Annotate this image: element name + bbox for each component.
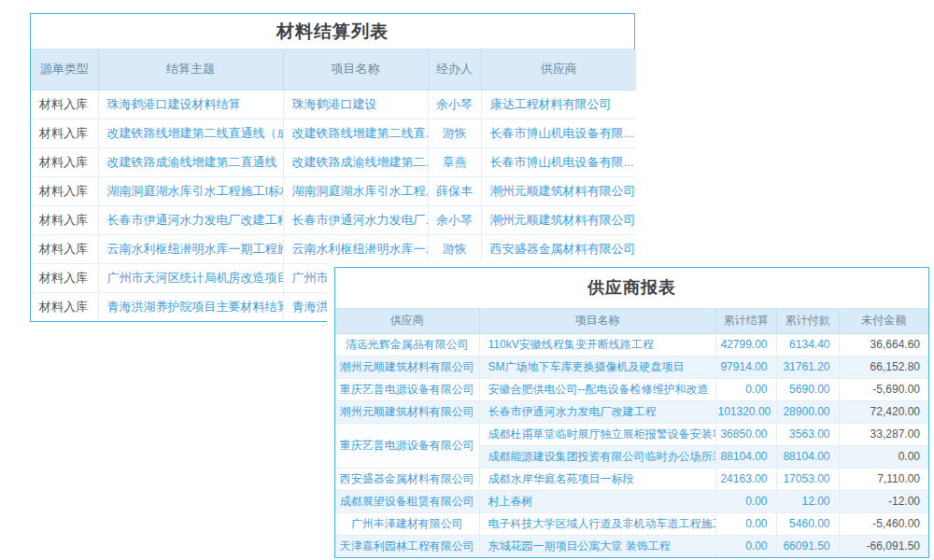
cell-paid[interactable]: 6134.40 bbox=[776, 333, 839, 356]
cell-paid[interactable]: 3563.00 bbox=[776, 423, 839, 445]
cell-supplier[interactable]: 广州丰泽建材有限公司 bbox=[335, 512, 479, 535]
cell-handler[interactable]: 余小琴 bbox=[428, 205, 481, 234]
table-row: 广州丰泽建材有限公司电子科技大学区域人行道及非机动车道工程施工0.005460.… bbox=[335, 512, 928, 535]
cell-project[interactable]: 成都能源建设集团投资有限公司临时办公场所装 bbox=[479, 445, 715, 468]
cell-settled[interactable]: 101320.00 bbox=[715, 400, 776, 423]
cell-supplier[interactable]: 康达工程材料有限公司 bbox=[481, 90, 636, 119]
cell-subject[interactable]: 改建铁路线增建第二线直通线（成... bbox=[98, 119, 283, 147]
cell-unpaid: 36,664.60 bbox=[839, 333, 928, 356]
cell-subject[interactable]: 珠海鹤港口建设材料结算 bbox=[98, 90, 283, 119]
cell-paid[interactable]: 12.00 bbox=[776, 490, 839, 512]
cell-handler[interactable]: 章燕 bbox=[428, 147, 481, 176]
supplier-report-title: 供应商报表 bbox=[335, 268, 928, 309]
cell-project[interactable]: 成都杜甫草堂临时展厅独立展柜报警设备安装项 bbox=[479, 423, 715, 445]
cell-subject[interactable]: 长春市伊通河水力发电厂改建工程... bbox=[98, 205, 283, 234]
col-header-source-type: 源单类型 bbox=[31, 49, 98, 90]
cell-handler[interactable]: 游恢 bbox=[428, 119, 481, 147]
table-row: 成都展望设备租赁有限公司村上春树0.0012.00-12.00 bbox=[335, 490, 928, 512]
table-row: 西安盛器金属材料有限公司成都水岸华庭名苑项目一标段24163.0017053.0… bbox=[335, 468, 928, 490]
cell-paid[interactable]: 31761.20 bbox=[776, 356, 839, 378]
cell-settled[interactable]: 0.00 bbox=[715, 378, 776, 400]
cell-project[interactable]: 珠海鹤港口建设 bbox=[283, 90, 428, 119]
col-header-settlement-subject: 结算主题 bbox=[98, 49, 283, 90]
cell-supplier[interactable]: 潮州元顺建筑材料有限公司 bbox=[335, 356, 479, 378]
cell-supplier[interactable]: 重庆艺普电源设备有限公司 bbox=[335, 378, 479, 400]
cell-project[interactable]: 长春市伊通河水力发电厂改建工程 bbox=[479, 400, 715, 423]
cell-settled[interactable]: 42799.00 bbox=[715, 333, 776, 356]
cell-unpaid: 0.00 bbox=[839, 445, 928, 468]
cell-project[interactable]: SM广场地下车库更换摄像机及硬盘项目 bbox=[479, 356, 715, 378]
table-row: 重庆艺普电源设备有限公司安徽合肥供电公司--配电设备检修维护和改造0.00569… bbox=[335, 378, 928, 400]
cell-unpaid: -66,091.50 bbox=[839, 535, 928, 557]
cell-supplier[interactable]: 潮州元顺建筑材料有限公司 bbox=[481, 205, 636, 234]
col-header-project-name: 项目名称 bbox=[283, 49, 428, 90]
cell-supplier[interactable]: 潮州元顺建筑材料有限公司 bbox=[481, 176, 636, 205]
cell-subject[interactable]: 改建铁路成渝线增建第二直通线（... bbox=[98, 147, 283, 176]
cell-handler[interactable]: 余小琴 bbox=[428, 90, 481, 119]
table-row: 潮州元顺建筑材料有限公司SM广场地下车库更换摄像机及硬盘项目97914.0031… bbox=[335, 356, 928, 378]
col-header-total-settled: 累计结算 bbox=[715, 309, 776, 333]
cell-project[interactable]: 安徽合肥供电公司--配电设备检修维护和改造 bbox=[479, 378, 715, 400]
supplier-report-table: 供应商 项目名称 累计结算 累计付款 未付金额 清远光辉金属品有限公司110kV… bbox=[335, 309, 928, 557]
cell-subject[interactable]: 广州市天河区统计局机房改造项目... bbox=[98, 263, 283, 292]
col-header-handler: 经办人 bbox=[428, 49, 481, 90]
cell-paid[interactable]: 66091.50 bbox=[776, 535, 839, 557]
cell-paid[interactable]: 88104.00 bbox=[776, 445, 839, 468]
cell-supplier[interactable]: 天津嘉利园林工程有限公司 bbox=[335, 535, 479, 557]
table-row: 材料入库改建铁路线增建第二线直通线（成...改建铁路线增建第二线直...游恢长春… bbox=[31, 119, 636, 147]
cell-supplier[interactable]: 长春市博山机电设备有限... bbox=[481, 119, 636, 147]
cell-subject[interactable]: 青海洪湖养护院项目主要材料结算 bbox=[98, 292, 283, 321]
table-row: 天津嘉利园林工程有限公司东城花园一期项目公寓大堂 装饰工程0.0066091.5… bbox=[335, 535, 928, 557]
cell-settled[interactable]: 0.00 bbox=[715, 512, 776, 535]
cell-unpaid: 33,287.00 bbox=[839, 423, 928, 445]
cell-supplier[interactable]: 重庆艺普电源设备有限公司 bbox=[335, 423, 479, 468]
cell-type: 材料入库 bbox=[31, 90, 98, 119]
cell-settled[interactable]: 88104.00 bbox=[715, 445, 776, 468]
cell-supplier[interactable]: 西安盛器金属材料有限公司 bbox=[481, 234, 636, 263]
cell-handler[interactable]: 游恢 bbox=[428, 234, 481, 263]
cell-supplier[interactable]: 清远光辉金属品有限公司 bbox=[335, 333, 479, 356]
cell-type: 材料入库 bbox=[31, 263, 98, 292]
cell-type: 材料入库 bbox=[31, 176, 98, 205]
table-row: 材料入库长春市伊通河水力发电厂改建工程...长春市伊通河水力发电厂...余小琴潮… bbox=[31, 205, 636, 234]
cell-supplier[interactable]: 潮州元顺建筑材料有限公司 bbox=[335, 400, 479, 423]
cell-paid[interactable]: 5460.00 bbox=[776, 512, 839, 535]
cell-type: 材料入库 bbox=[31, 119, 98, 147]
cell-settled[interactable]: 0.00 bbox=[715, 490, 776, 512]
cell-project[interactable]: 成都水岸华庭名苑项目一标段 bbox=[479, 468, 715, 490]
cell-supplier[interactable]: 西安盛器金属材料有限公司 bbox=[335, 468, 479, 490]
cell-project[interactable]: 东城花园一期项目公寓大堂 装饰工程 bbox=[479, 535, 715, 557]
supplier-report-header: 供应商 项目名称 累计结算 累计付款 未付金额 bbox=[335, 309, 928, 333]
cell-settled[interactable]: 97914.00 bbox=[715, 356, 776, 378]
cell-project[interactable]: 长春市伊通河水力发电厂... bbox=[283, 205, 428, 234]
table-row: 材料入库珠海鹤港口建设材料结算珠海鹤港口建设余小琴康达工程材料有限公司 bbox=[31, 90, 636, 119]
cell-project[interactable]: 改建铁路线增建第二线直... bbox=[283, 119, 428, 147]
cell-subject[interactable]: 湖南洞庭湖水库引水工程施工I标材... bbox=[98, 176, 283, 205]
cell-paid[interactable]: 17053.00 bbox=[776, 468, 839, 490]
cell-project[interactable]: 村上春树 bbox=[479, 490, 715, 512]
cell-project[interactable]: 湖南洞庭湖水库引水工程... bbox=[283, 176, 428, 205]
cell-paid[interactable]: 28900.00 bbox=[776, 400, 839, 423]
cell-project[interactable]: 电子科技大学区域人行道及非机动车道工程施工 bbox=[479, 512, 715, 535]
cell-type: 材料入库 bbox=[31, 205, 98, 234]
cell-subject[interactable]: 云南水利枢纽潜明水库一期工程施... bbox=[98, 234, 283, 263]
cell-project[interactable]: 云南水利枢纽潜明水库一... bbox=[283, 234, 428, 263]
cell-project[interactable]: 110kV安徽线程集变开断线路工程 bbox=[479, 333, 715, 356]
col-header-unpaid-amount: 未付金额 bbox=[839, 309, 928, 333]
cell-supplier[interactable]: 长春市博山机电设备有限... bbox=[481, 147, 636, 176]
cell-unpaid: -5,460.00 bbox=[839, 512, 928, 535]
col-header-project-name: 项目名称 bbox=[479, 309, 715, 333]
cell-supplier[interactable]: 成都展望设备租赁有限公司 bbox=[335, 490, 479, 512]
table-row: 潮州元顺建筑材料有限公司长春市伊通河水力发电厂改建工程101320.002890… bbox=[335, 400, 928, 423]
cell-type: 材料入库 bbox=[31, 234, 98, 263]
header-row: 源单类型 结算主题 项目名称 经办人 供应商 bbox=[31, 49, 636, 90]
header-row: 供应商 项目名称 累计结算 累计付款 未付金额 bbox=[335, 309, 928, 333]
cell-settled[interactable]: 24163.00 bbox=[715, 468, 776, 490]
cell-paid[interactable]: 5690.00 bbox=[776, 378, 839, 400]
cell-project[interactable]: 改建铁路成渝线增建第二... bbox=[283, 147, 428, 176]
cell-handler[interactable]: 薛保丰 bbox=[428, 176, 481, 205]
cell-type: 材料入库 bbox=[31, 292, 98, 321]
cell-settled[interactable]: 0.00 bbox=[715, 535, 776, 557]
cell-settled[interactable]: 36850.00 bbox=[715, 423, 776, 445]
col-header-supplier: 供应商 bbox=[481, 49, 636, 90]
